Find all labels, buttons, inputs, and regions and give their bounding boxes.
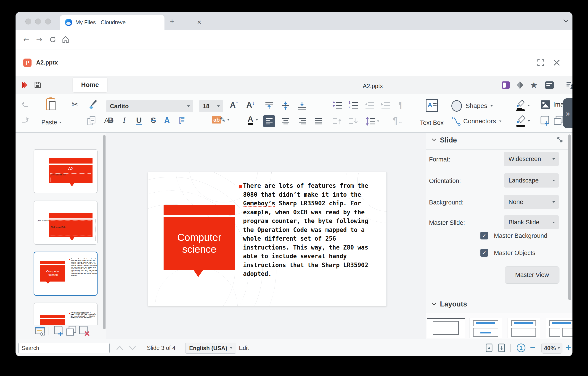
layout-two-content[interactable] <box>546 318 572 338</box>
slide-section-chevron-icon[interactable] <box>431 138 437 142</box>
layouts-section-chevron-icon[interactable] <box>431 302 437 306</box>
char-style-f-button[interactable]: F <box>179 116 184 126</box>
traffic-light-close[interactable] <box>25 19 31 24</box>
favorites-star-icon[interactable]: ★ <box>530 80 538 90</box>
decrease-font-icon[interactable]: A↓ <box>246 100 255 110</box>
expand-toolbar-button[interactable]: » <box>563 98 572 128</box>
master-background-checkbox[interactable]: ✓ <box>480 232 488 239</box>
highlight-color-button[interactable]: ab ✎ <box>212 116 230 124</box>
text-box-button[interactable]: A Text Box <box>418 98 445 129</box>
add-slide-icon[interactable] <box>540 116 551 126</box>
move-up-icon[interactable] <box>333 117 343 126</box>
decrease-indent-icon[interactable] <box>365 101 375 110</box>
slide-title-bar-shape[interactable] <box>164 205 235 215</box>
background-select[interactable]: None <box>504 195 559 209</box>
master-view-button[interactable]: Master View <box>505 266 559 284</box>
slide-title-shape[interactable]: Computer science <box>164 217 235 270</box>
slide-canvas[interactable]: Computer science There are lots of featu… <box>106 133 426 339</box>
start-slideshow-icon[interactable] <box>35 325 45 337</box>
paragraph-mark-icon[interactable]: ¶ <box>399 100 403 110</box>
numbering-icon[interactable]: 12 <box>349 101 359 110</box>
paste-button[interactable]: Paste <box>41 97 62 129</box>
zoom-out-button[interactable]: − <box>530 342 535 353</box>
align-right-button[interactable] <box>298 118 306 125</box>
format-painter-icon[interactable] <box>88 99 98 109</box>
font-size-select[interactable]: 18 <box>199 100 223 112</box>
fit-slide-icon[interactable] <box>485 343 493 353</box>
redo-icon[interactable] <box>21 117 30 124</box>
undo-icon[interactable] <box>21 101 30 109</box>
save-icon[interactable] <box>34 81 41 88</box>
new-tab-button[interactable]: + <box>168 17 176 25</box>
close-icon[interactable] <box>553 59 561 66</box>
layout-blank-selected[interactable] <box>427 318 465 338</box>
valign-bottom-icon[interactable] <box>297 101 306 110</box>
browser-tab[interactable]: My Files - Cloudreve ✕ <box>60 15 165 30</box>
slide-body-text[interactable]: There are lots of features from the 8080… <box>243 181 376 278</box>
delete-slide-icon[interactable] <box>79 326 91 337</box>
panel-scrollbar[interactable] <box>568 134 571 300</box>
zoom-level-select[interactable]: 40% <box>541 343 562 354</box>
thumbnail-slide-4[interactable]: Computer science 8080 芯片的很多功能都没有加入 Gameb… <box>34 303 97 325</box>
layout-title-content[interactable] <box>469 318 502 338</box>
language-select[interactable]: English (USA) <box>185 343 236 354</box>
italic-button[interactable]: I <box>123 116 126 124</box>
exit-fullscreen-icon[interactable] <box>537 59 545 66</box>
align-center-button[interactable] <box>282 118 290 125</box>
back-icon[interactable]: ← <box>23 35 30 44</box>
thumbnails-scrollbar[interactable] <box>103 135 105 329</box>
layout-title-empty[interactable] <box>508 318 540 338</box>
cut-icon[interactable]: ✂ <box>72 100 78 109</box>
font-color-button[interactable]: A <box>248 115 258 125</box>
orientation-select[interactable]: Landscape <box>504 173 559 188</box>
line-spacing-button[interactable] <box>366 117 379 126</box>
duplicate-slides-icon[interactable] <box>66 326 77 337</box>
gem-icon[interactable] <box>516 81 524 89</box>
view-settings-icon[interactable] <box>545 81 554 89</box>
bold-button[interactable]: B <box>108 116 114 125</box>
reload-icon[interactable] <box>49 36 57 44</box>
tab-search-icon[interactable] <box>563 19 569 23</box>
zoom-in-button[interactable]: + <box>566 342 571 353</box>
align-left-button-active[interactable] <box>263 115 275 127</box>
traffic-light-zoom[interactable] <box>45 19 51 24</box>
bullets-icon[interactable] <box>333 101 343 110</box>
fill-color-button[interactable] <box>515 115 530 127</box>
strikethrough-button[interactable]: S <box>151 116 156 125</box>
valign-middle-icon[interactable] <box>281 101 290 110</box>
find-next-icon[interactable] <box>128 345 136 351</box>
zoom-100-icon[interactable]: 1 <box>517 343 525 352</box>
valign-top-icon[interactable] <box>264 101 274 110</box>
increase-indent-icon[interactable] <box>381 101 391 110</box>
thumbnail-slide-1[interactable]: A2 Click to add Text <box>34 149 97 193</box>
format-select[interactable]: Widescreen <box>504 152 559 166</box>
shapes-button[interactable]: Shapes <box>452 100 493 112</box>
duplicate-slide-icon[interactable] <box>554 116 564 126</box>
font-name-select[interactable]: Carlito <box>106 100 193 112</box>
copy-icon[interactable] <box>87 116 97 126</box>
increase-font-icon[interactable]: A↑ <box>230 100 239 110</box>
master-objects-checkbox[interactable]: ✓ <box>480 249 488 257</box>
new-slide-icon[interactable] <box>54 326 65 337</box>
home-icon[interactable] <box>62 36 69 44</box>
traffic-light-minimize[interactable] <box>35 19 41 24</box>
panel-expand-icon[interactable] <box>557 137 563 143</box>
slide-page[interactable]: Computer science There are lots of featu… <box>148 172 387 306</box>
move-down-icon[interactable] <box>349 117 359 126</box>
search-input[interactable] <box>18 343 110 353</box>
menu-home-active[interactable]: Home <box>73 77 107 92</box>
char-style-a-button[interactable]: A <box>164 116 170 125</box>
master-slide-select[interactable]: Blank Slide <box>504 215 559 229</box>
justify-button[interactable] <box>315 118 323 125</box>
feedback-icon[interactable] <box>566 81 572 89</box>
tab-close-icon[interactable]: ✕ <box>196 19 202 26</box>
forward-icon[interactable]: → <box>36 35 42 44</box>
hide-panel-icon[interactable] <box>502 81 510 89</box>
thumbnail-slide-3-selected[interactable]: Computer science There are lots of featu… <box>34 252 97 296</box>
thumbnail-slide-2[interactable]: Click to add Text Click to add Title <box>34 200 97 245</box>
paragraph-settings-icon[interactable]: ¶← <box>393 116 403 126</box>
connectors-button[interactable]: Connectors <box>452 116 501 126</box>
fit-width-icon[interactable] <box>498 343 505 353</box>
find-previous-icon[interactable] <box>116 345 124 351</box>
stroke-color-button[interactable] <box>515 99 530 112</box>
